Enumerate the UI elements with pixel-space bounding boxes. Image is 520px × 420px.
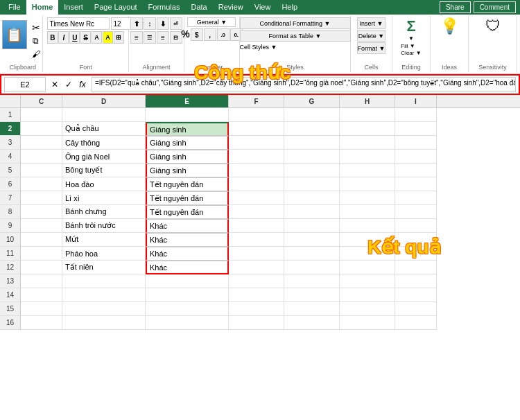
cell-g16[interactable]: [284, 316, 340, 330]
cell-i6[interactable]: [395, 177, 437, 191]
copy-button[interactable]: ⧉: [28, 35, 44, 47]
row-num-9[interactable]: 9: [0, 219, 21, 233]
tab-home[interactable]: Home: [26, 0, 59, 15]
cell-g4[interactable]: [284, 150, 340, 164]
cell-c8[interactable]: [21, 205, 62, 219]
col-header-d[interactable]: D: [62, 95, 146, 107]
cell-i12[interactable]: [395, 261, 437, 274]
conditional-formatting-button[interactable]: Conditional Formatting ▼: [240, 17, 351, 29]
row-num-5[interactable]: 5: [0, 164, 21, 177]
format-as-table-button[interactable]: Format as Table ▼: [240, 30, 351, 42]
cell-f14[interactable]: [229, 288, 284, 302]
cell-e3[interactable]: Giáng sinh: [146, 136, 229, 150]
row-num-11[interactable]: 11: [0, 247, 21, 261]
format-cells-button[interactable]: Format ▼: [357, 42, 386, 54]
cell-d10[interactable]: Mứt: [62, 233, 146, 247]
insert-cells-button[interactable]: Insert ▼: [357, 17, 386, 29]
cell-c9[interactable]: [21, 219, 62, 233]
cell-d16[interactable]: [62, 316, 146, 330]
cell-f3[interactable]: [229, 136, 284, 150]
cell-f10[interactable]: [229, 233, 284, 247]
cell-g11[interactable]: [284, 247, 340, 261]
row-num-1[interactable]: 1: [0, 108, 21, 122]
cell-c12[interactable]: [21, 261, 62, 274]
cell-h11[interactable]: [340, 247, 395, 261]
currency-button[interactable]: $: [191, 28, 203, 41]
tab-file[interactable]: File: [3, 0, 26, 15]
cell-c15[interactable]: [21, 302, 62, 316]
align-right-button[interactable]: ≡: [157, 31, 169, 44]
cell-f12[interactable]: [229, 261, 284, 274]
cell-c11[interactable]: [21, 247, 62, 261]
cell-g10[interactable]: [284, 233, 340, 247]
align-center-button[interactable]: ☰: [144, 31, 156, 44]
insert-function-button[interactable]: fx: [76, 78, 89, 91]
cell-d14[interactable]: [62, 288, 146, 302]
cell-g9[interactable]: [284, 219, 340, 233]
font-color-button[interactable]: A: [92, 31, 102, 44]
increase-decimal-button[interactable]: .0: [217, 28, 229, 41]
col-header-e[interactable]: E: [146, 95, 229, 107]
cell-h12[interactable]: [340, 261, 395, 274]
cell-i4[interactable]: [395, 150, 437, 164]
row-num-12[interactable]: 12: [0, 261, 21, 274]
cell-d15[interactable]: [62, 302, 146, 316]
cell-c16[interactable]: [21, 316, 62, 330]
fill-button[interactable]: Fill ▼: [401, 43, 421, 49]
col-header-i[interactable]: I: [395, 95, 437, 107]
delete-cells-button[interactable]: Delete ▼: [357, 30, 386, 42]
cell-d1[interactable]: [62, 108, 146, 122]
highlight-button[interactable]: A: [103, 31, 113, 44]
cell-d5[interactable]: Bông tuyết: [62, 164, 146, 177]
cell-e4[interactable]: Giáng sinh: [146, 150, 229, 164]
cell-f4[interactable]: [229, 150, 284, 164]
cell-g8[interactable]: [284, 205, 340, 219]
cell-h9[interactable]: [340, 219, 395, 233]
cell-e2[interactable]: Giáng sinh: [146, 122, 229, 136]
cell-i9[interactable]: [395, 219, 437, 233]
cell-c13[interactable]: [21, 274, 62, 288]
tab-view[interactable]: View: [249, 0, 277, 15]
cell-f2[interactable]: [229, 122, 284, 136]
wrap-text-button[interactable]: ⏎: [170, 17, 182, 30]
cell-g14[interactable]: [284, 288, 340, 302]
tab-data[interactable]: Data: [185, 0, 212, 15]
tab-help[interactable]: Help: [276, 0, 303, 15]
tab-page-layout[interactable]: Page Layout: [89, 0, 143, 15]
comma-button[interactable]: ,: [204, 28, 216, 41]
italic-button[interactable]: I: [58, 31, 69, 44]
cell-c3[interactable]: [21, 136, 62, 150]
cell-h6[interactable]: [340, 177, 395, 191]
row-num-4[interactable]: 4: [0, 150, 21, 164]
cell-i7[interactable]: [395, 191, 437, 205]
tab-formulas[interactable]: Formulas: [143, 0, 186, 15]
merge-button[interactable]: ⊟: [170, 31, 182, 44]
cell-c10[interactable]: [21, 233, 62, 247]
row-num-7[interactable]: 7: [0, 191, 21, 205]
row-num-2[interactable]: 2: [0, 122, 21, 136]
row-num-13[interactable]: 13: [0, 274, 21, 288]
cell-i1[interactable]: [395, 108, 437, 122]
cell-e15[interactable]: [146, 302, 229, 316]
underline-button[interactable]: U: [69, 31, 80, 44]
strikethrough-button[interactable]: S: [80, 31, 91, 44]
ideas-button[interactable]: 💡: [440, 17, 459, 35]
share-button[interactable]: Share: [440, 1, 471, 13]
cell-h7[interactable]: [340, 191, 395, 205]
row-num-16[interactable]: 16: [0, 316, 21, 330]
cell-d12[interactable]: Tất niên: [62, 261, 146, 274]
cell-reference-box[interactable]: [4, 77, 46, 92]
cell-c7[interactable]: [21, 191, 62, 205]
paste-button[interactable]: 📋: [2, 20, 27, 49]
cell-d13[interactable]: [62, 274, 146, 288]
cell-f16[interactable]: [229, 316, 284, 330]
cell-e10[interactable]: Khác: [146, 233, 229, 247]
cell-c4[interactable]: [21, 150, 62, 164]
cell-h13[interactable]: [340, 274, 395, 288]
col-header-f[interactable]: F: [229, 95, 284, 107]
align-bottom-button[interactable]: ⬇: [157, 17, 169, 30]
tab-insert[interactable]: Insert: [58, 0, 89, 15]
cell-h14[interactable]: [340, 288, 395, 302]
number-format-dropdown[interactable]: General ▼: [187, 17, 236, 27]
cell-i2[interactable]: [395, 122, 437, 136]
